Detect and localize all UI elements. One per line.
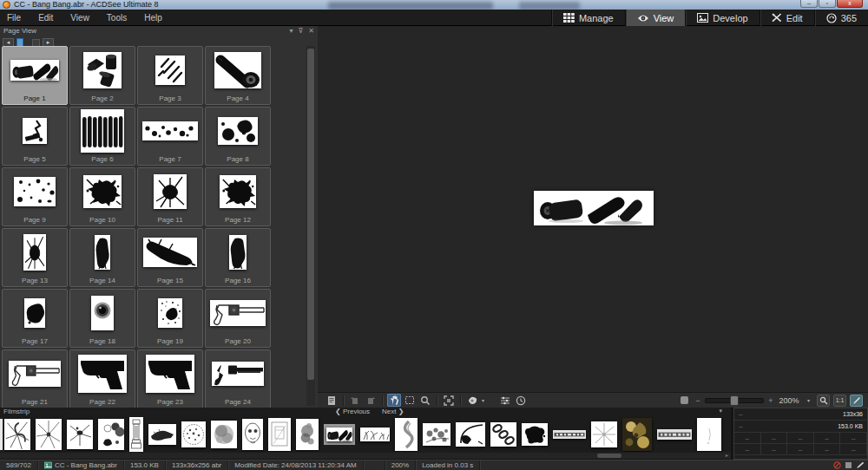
filmstrip-thumbnail[interactable] (456, 422, 485, 447)
page-list-icon[interactable] (325, 394, 339, 407)
close-button[interactable]: x (837, 0, 863, 8)
mode-button-view[interactable]: View (625, 10, 686, 26)
page-thumbnail-tile[interactable]: Page 16 (205, 228, 271, 287)
panel-menu-icon[interactable]: ▾ (289, 27, 293, 35)
menu-file[interactable]: File (5, 12, 23, 23)
filmstrip-scroll-right-icon[interactable]: ▸ (726, 453, 728, 459)
filmstrip-thumbnail[interactable] (268, 418, 291, 451)
filmstrip-thumbnail[interactable] (4, 419, 30, 450)
filmstrip-scroll-thumb[interactable] (597, 454, 621, 458)
filmstrip-thumbnail[interactable] (211, 421, 237, 448)
filmstrip-thumbnail[interactable] (148, 424, 176, 445)
zoom-minus-button[interactable]: − (694, 396, 701, 405)
filmstrip-thumbnail[interactable] (36, 419, 62, 450)
page-thumbnail-tile[interactable]: Page 24 (205, 349, 271, 408)
page-thumbnail-tile[interactable]: Page 23 (137, 349, 203, 408)
fit-image-icon[interactable] (442, 394, 456, 407)
zoom-slider-thumb[interactable] (730, 395, 739, 406)
actual-size-button[interactable]: 1:1 (833, 395, 846, 407)
menu-tools[interactable]: Tools (105, 12, 128, 23)
filmstrip-thumbnail[interactable] (129, 417, 143, 452)
pageview-scrollbar[interactable] (306, 46, 315, 406)
zoom-slider[interactable] (705, 398, 764, 403)
page-thumbnail-tile[interactable]: Page 12 (205, 167, 271, 226)
page-thumbnail-tile[interactable]: Page 10 (69, 167, 135, 226)
close-panel-icon[interactable]: ✕ (308, 27, 314, 35)
page-thumbnail-tile[interactable]: Page 14 (69, 228, 135, 287)
pan-hand-tool[interactable] (387, 394, 401, 407)
filmstrip-thumbnail[interactable] (490, 422, 516, 447)
viewer-image[interactable] (534, 191, 654, 225)
page-thumbnail-tile[interactable]: Page 5 (2, 107, 68, 166)
page-thumbnail-tile[interactable]: Page 20 (205, 289, 271, 348)
page-thumbnail-tile[interactable]: Page 19 (137, 289, 203, 348)
title-bar[interactable]: CC - Bang Bang.abr - ACDSee Ultimate 8 –… (0, 0, 868, 10)
scrollbar-thumb[interactable] (307, 49, 314, 380)
page-thumbnail-tile[interactable]: Page 18 (69, 289, 135, 348)
filmstrip-thumbnail[interactable] (622, 418, 652, 451)
color-label-icon[interactable] (845, 461, 852, 469)
page-thumbnail-tile[interactable]: Page 9 (2, 167, 68, 226)
page-thumbnail-image (220, 175, 256, 208)
zoom-out-page-icon[interactable] (677, 394, 691, 407)
filmstrip-selected-thumbnail[interactable] (324, 424, 355, 445)
zoom-dropdown-button[interactable]: ▾ (804, 395, 813, 407)
rotate-left-icon[interactable] (348, 394, 362, 407)
mode-button-365[interactable]: 365 (814, 10, 868, 26)
minimize-button[interactable]: – (800, 0, 818, 8)
brush-tool-icon[interactable] (465, 394, 479, 407)
zoom-plus-button[interactable]: + (767, 396, 774, 405)
filmstrip-scrollbar[interactable]: ▸ (0, 453, 731, 459)
select-tool-icon[interactable] (403, 394, 417, 407)
filmstrip-thumbnail[interactable] (423, 423, 450, 446)
filmstrip-thumbnail[interactable] (296, 419, 319, 450)
rotate-right-icon[interactable] (364, 394, 378, 407)
page-thumbnail-tile[interactable]: Page 17 (2, 289, 68, 348)
page-thumbnail-tile[interactable]: Page 22 (69, 349, 135, 408)
page-thumbnail-tile[interactable]: Page 11 (137, 167, 203, 226)
zoom-tool-icon[interactable] (418, 394, 432, 407)
previous-button[interactable]: ❮ Previous (335, 408, 370, 415)
no-edits-icon[interactable] (833, 461, 841, 469)
filmstrip-thumbnail[interactable] (242, 419, 263, 450)
next-button[interactable]: Next ❯ (382, 408, 404, 415)
filmstrip-thumbnail[interactable] (67, 420, 93, 449)
page-thumbnail-tile[interactable]: Page 21 (2, 349, 68, 408)
filmstrip-thumbnail[interactable] (553, 430, 586, 439)
filmstrip-menu-icon[interactable]: ▾ (719, 408, 722, 415)
menu-view[interactable]: View (69, 12, 91, 23)
filmstrip-thumbnail[interactable] (657, 429, 692, 440)
brush-dropdown-caret[interactable]: ▾ (482, 397, 484, 403)
filmstrip-thumbnail[interactable] (181, 421, 206, 447)
page-thumbnail-tile[interactable]: Page 1 (2, 46, 68, 105)
filmstrip-thumbnail[interactable] (98, 419, 124, 450)
page-thumbnail-tile[interactable]: Page 15 (137, 228, 203, 287)
page-thumbnail-tile[interactable]: Page 6 (69, 107, 135, 166)
mode-button-edit[interactable]: Edit (760, 10, 814, 26)
maximize-button[interactable]: ▫ (819, 0, 836, 8)
page-thumbnail-tile[interactable]: Page 3 (137, 46, 203, 105)
page-thumbnail-tile[interactable]: Page 4 (205, 46, 271, 105)
menu-help[interactable]: Help (142, 12, 164, 23)
viewer-area[interactable] (318, 26, 868, 392)
page-thumbnail-tile[interactable]: Page 13 (2, 228, 68, 287)
page-thumbnail-tile[interactable]: Page 8 (205, 107, 271, 166)
edit-metadata-icon[interactable] (856, 461, 865, 469)
zoom-percentage[interactable]: 200% (778, 396, 800, 405)
page-thumbnail-tile[interactable]: Page 2 (69, 46, 135, 105)
filmstrip-thumbnail[interactable] (697, 418, 721, 451)
filmstrip-thumbnail[interactable] (591, 421, 617, 447)
menu-edit[interactable]: Edit (36, 12, 55, 23)
mode-button-manage[interactable]: Manage (551, 10, 625, 26)
zoom-lens-button[interactable] (817, 395, 830, 407)
mode-button-develop[interactable]: Develop (685, 10, 759, 26)
filmstrip-thumbnail[interactable] (522, 423, 548, 446)
display-settings-icon[interactable] (498, 394, 512, 407)
filmstrip-thumbnail[interactable] (395, 418, 418, 451)
page-thumbnail-tile[interactable]: Page 7 (137, 107, 203, 166)
slideshow-timer-icon[interactable] (514, 394, 528, 407)
filmstrip-thumbnail[interactable] (326, 428, 352, 441)
pencil-tool-button[interactable] (850, 395, 863, 407)
filmstrip-thumbnail[interactable] (360, 428, 390, 441)
pin-icon[interactable]: ⊽ (298, 27, 303, 35)
